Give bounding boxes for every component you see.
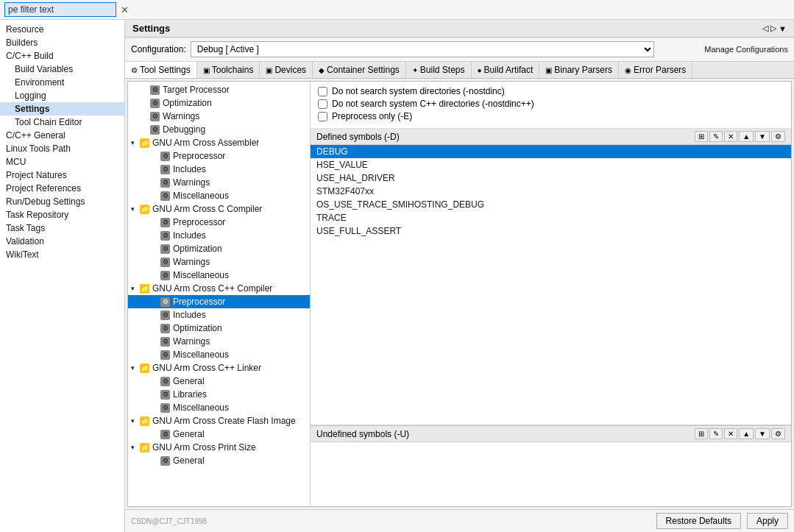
tree-item[interactable]: ▾📁GNU Arm Cross C++ Compiler bbox=[128, 282, 310, 295]
tree-item[interactable]: ⚙Warnings bbox=[128, 335, 310, 348]
tree-expand-icon: ▾ bbox=[131, 139, 140, 146]
undefined-edit-button[interactable]: ✎ bbox=[709, 428, 723, 439]
sidebar-item[interactable]: Run/Debug Settings bbox=[0, 195, 124, 208]
defined-add-button[interactable]: ⊞ bbox=[695, 131, 708, 142]
checkbox-input[interactable] bbox=[318, 87, 327, 96]
manage-configurations-button[interactable]: Manage Configurations bbox=[704, 45, 788, 54]
tree-item[interactable]: ⚙Warnings bbox=[128, 255, 310, 269]
tree-item[interactable]: ⚙General bbox=[128, 375, 310, 388]
undefined-down-button[interactable]: ▼ bbox=[755, 428, 770, 439]
tree-item-label: Miscellaneous bbox=[173, 350, 229, 360]
sidebar-item[interactable]: Project Natures bbox=[0, 169, 124, 182]
tree-item[interactable]: ⚙Preprocessor bbox=[128, 149, 310, 163]
undefined-symbols-title: Undefined symbols (-U) bbox=[316, 429, 409, 439]
tree-item[interactable]: ⚙Optimization bbox=[128, 96, 310, 110]
sidebar-item[interactable]: C/C++ Build bbox=[0, 49, 124, 63]
tree-item[interactable]: ▾📁GNU Arm Cross Create Flash Image bbox=[128, 414, 310, 428]
config-label: Configuration: bbox=[131, 44, 186, 54]
sidebar-item[interactable]: Environment bbox=[0, 76, 124, 89]
filter-clear-button[interactable]: ✕ bbox=[119, 4, 130, 15]
tab-build-steps[interactable]: ✦Build Steps bbox=[406, 62, 472, 78]
tree-item[interactable]: ⚙Preprocessor bbox=[128, 216, 310, 229]
sidebar-item[interactable]: MCU bbox=[0, 155, 124, 169]
sidebar-item[interactable]: Project References bbox=[0, 182, 124, 195]
sidebar-item[interactable]: Logging bbox=[0, 89, 124, 102]
restore-defaults-button[interactable]: Restore Defaults bbox=[656, 513, 741, 529]
tree-item-label: Libraries bbox=[173, 389, 207, 400]
symbol-item[interactable]: HSE_VALUE bbox=[311, 158, 791, 171]
tree-item[interactable]: ⚙Miscellaneous bbox=[128, 348, 310, 361]
tree-item[interactable]: ▾📁GNU Arm Cross C Compiler bbox=[128, 202, 310, 216]
forward-button[interactable]: ▷ bbox=[770, 24, 776, 33]
tree-expand-icon: ▾ bbox=[131, 444, 140, 451]
tree-item[interactable]: ⚙Optimization bbox=[128, 242, 310, 255]
apply-button[interactable]: Apply bbox=[747, 513, 788, 529]
sidebar-item[interactable]: Builders bbox=[0, 36, 124, 49]
back-button[interactable]: ◁ bbox=[762, 24, 768, 33]
tab-binary-parsers[interactable]: ▣Binary Parsers bbox=[539, 62, 619, 78]
tab-toolchains[interactable]: ▣Toolchains bbox=[197, 62, 260, 78]
sidebar-item[interactable]: Tool Chain Editor bbox=[0, 116, 124, 129]
symbol-item[interactable]: STM32F407xx bbox=[311, 185, 791, 198]
symbol-item[interactable]: TRACE bbox=[311, 211, 791, 224]
tree-item[interactable]: ⚙Debugging bbox=[128, 123, 310, 136]
gear-icon: ⚙ bbox=[150, 112, 160, 121]
undefined-options-button[interactable]: ⚙ bbox=[771, 428, 785, 439]
undefined-delete-button[interactable]: ✕ bbox=[724, 428, 737, 439]
tree-item[interactable]: ▾📁GNU Arm Cross Print Size bbox=[128, 441, 310, 454]
tree-item-label: Miscellaneous bbox=[173, 402, 229, 413]
tab-error-parsers[interactable]: ◉Error Parsers bbox=[619, 62, 692, 78]
symbol-item[interactable]: DEBUG bbox=[311, 145, 791, 158]
tree-item[interactable]: ⚙Warnings bbox=[128, 110, 310, 123]
config-select[interactable]: Debug [ Active ] bbox=[191, 41, 654, 57]
sidebar-item[interactable]: Linux Tools Path bbox=[0, 142, 124, 155]
tree-item[interactable]: ⚙Miscellaneous bbox=[128, 401, 310, 414]
sidebar-item[interactable]: Build Variables bbox=[0, 63, 124, 76]
tab-build-artifact[interactable]: ●Build Artifact bbox=[472, 62, 540, 78]
tab-container-settings[interactable]: ◆Container Settings bbox=[313, 62, 406, 78]
sidebar-item[interactable]: C/C++ General bbox=[0, 129, 124, 142]
tree-item[interactable]: ⚙Warnings bbox=[128, 176, 310, 189]
tree-item[interactable]: ⚙Preprocessor bbox=[128, 295, 310, 308]
defined-options-button[interactable]: ⚙ bbox=[771, 131, 785, 142]
defined-delete-button[interactable]: ✕ bbox=[724, 131, 737, 142]
tree-item[interactable]: ⚙Includes bbox=[128, 229, 310, 242]
tree-item[interactable]: ⚙Target Processor bbox=[128, 83, 310, 96]
tree-item[interactable]: ⚙Miscellaneous bbox=[128, 269, 310, 282]
defined-down-button[interactable]: ▼ bbox=[755, 131, 770, 142]
tree-item[interactable]: ⚙Libraries bbox=[128, 388, 310, 401]
sidebar-item[interactable]: Settings bbox=[0, 102, 124, 116]
sidebar-item[interactable]: Task Repository bbox=[0, 208, 124, 221]
tree-item[interactable]: ▾📁GNU Arm Cross Assembler bbox=[128, 136, 310, 149]
tab-devices[interactable]: ▣Devices bbox=[260, 62, 313, 78]
undefined-up-button[interactable]: ▲ bbox=[739, 428, 754, 439]
defined-edit-button[interactable]: ✎ bbox=[709, 131, 723, 142]
tree-panel: ⚙Target Processor⚙Optimization⚙Warnings⚙… bbox=[128, 82, 311, 506]
tree-item[interactable]: ⚙General bbox=[128, 428, 310, 441]
sidebar-item[interactable]: Task Tags bbox=[0, 221, 124, 235]
tree-item-label: Warnings bbox=[173, 336, 210, 347]
symbol-item[interactable]: USE_HAL_DRIVER bbox=[311, 171, 791, 185]
tree-item-label: Optimization bbox=[173, 244, 222, 254]
sidebar-item[interactable]: Resource bbox=[0, 23, 124, 36]
gear-icon: ⚙ bbox=[160, 311, 170, 320]
checkbox-input[interactable] bbox=[318, 112, 327, 121]
filter-input[interactable] bbox=[4, 2, 116, 17]
defined-up-button[interactable]: ▲ bbox=[739, 131, 754, 142]
sidebar-item[interactable]: WikiText bbox=[0, 248, 124, 261]
tree-item[interactable]: ⚙Optimization bbox=[128, 322, 310, 335]
tree-item[interactable]: ▾📁GNU Arm Cross C++ Linker bbox=[128, 361, 310, 375]
symbol-item[interactable]: USE_FULL_ASSERT bbox=[311, 224, 791, 238]
tree-item[interactable]: ⚙Includes bbox=[128, 308, 310, 322]
sidebar-item[interactable]: Validation bbox=[0, 235, 124, 248]
undefined-add-button[interactable]: ⊞ bbox=[695, 428, 708, 439]
dropdown-button[interactable]: ▼ bbox=[779, 24, 787, 33]
tree-item[interactable]: ⚙Miscellaneous bbox=[128, 189, 310, 202]
symbol-item[interactable]: OS_USE_TRACE_SMIHOSTING_DEBUG bbox=[311, 198, 791, 211]
tab-tool-settings[interactable]: ⚙Tool Settings bbox=[125, 62, 197, 78]
defined-symbols-title: Defined symbols (-D) bbox=[316, 132, 400, 142]
checkbox-input[interactable] bbox=[318, 99, 327, 109]
tree-item[interactable]: ⚙Includes bbox=[128, 163, 310, 176]
tree-item[interactable]: ⚙General bbox=[128, 454, 310, 467]
tree-item-label: Includes bbox=[173, 164, 206, 174]
